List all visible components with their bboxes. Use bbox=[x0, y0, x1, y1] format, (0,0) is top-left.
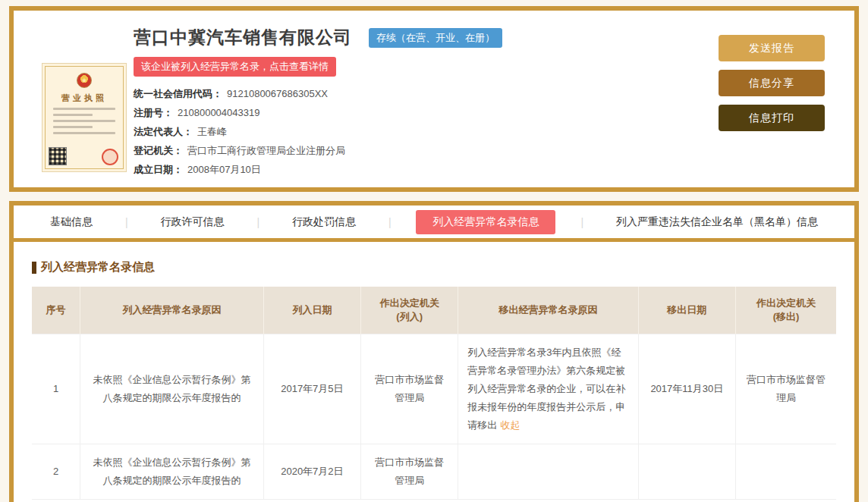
col-date-in: 列入日期 bbox=[263, 287, 360, 334]
share-info-button[interactable]: 信息分享 bbox=[719, 70, 825, 96]
section-title: 列入经营异常名录信息 bbox=[32, 260, 836, 275]
detail-registration-authority: 登记机关：营口市工商行政管理局企业注册分局 bbox=[134, 141, 680, 160]
cell-date-out: 2017年11月30日 bbox=[638, 334, 735, 444]
detail-legal-representative: 法定代表人：王春峰 bbox=[134, 122, 680, 141]
red-seal-icon bbox=[102, 149, 118, 165]
cell-date-in: 2020年7月2日 bbox=[263, 444, 360, 499]
tab-separator: | bbox=[125, 216, 128, 228]
tab-administrative-license[interactable]: 行政许可信息 bbox=[153, 210, 231, 234]
cell-date-out bbox=[638, 444, 735, 499]
col-reason-in: 列入经营异常名录原因 bbox=[80, 287, 264, 334]
license-text-line bbox=[53, 126, 93, 128]
national-emblem-icon: ★ bbox=[77, 73, 92, 88]
license-text-line bbox=[53, 114, 93, 116]
tab-content: 列入经营异常名录信息 序号 列入经营异常名录原因 列入日期 作出决定机关 (列入… bbox=[14, 242, 854, 500]
cell-authority-out: 营口市市场监督管理局 bbox=[735, 334, 836, 444]
cell-reason-out: 列入经营异常名录3年内且依照《经营异常名录管理办法》第六条规定被列入经营异常名录… bbox=[458, 334, 638, 444]
col-date-out: 移出日期 bbox=[638, 287, 735, 334]
collapse-link[interactable]: 收起 bbox=[500, 419, 520, 431]
tab-bar: 基础信息 | 行政许可信息 | 行政处罚信息 | 列入经营异常名录信息 | 列入… bbox=[14, 206, 854, 242]
tab-serious-violation-blacklist[interactable]: 列入严重违法失信企业名单（黑名单）信息 bbox=[609, 210, 826, 234]
tab-administrative-penalty[interactable]: 行政处罚信息 bbox=[285, 210, 363, 234]
tab-separator: | bbox=[256, 216, 259, 228]
abnormal-operation-warning-badge[interactable]: 该企业被列入经营异常名录，点击查看详情 bbox=[134, 57, 336, 77]
detail-establishment-date: 成立日期：2008年07月10日 bbox=[134, 160, 680, 179]
section-marker-icon bbox=[32, 262, 36, 274]
license-title: 营业执照 bbox=[49, 93, 120, 104]
tab-separator: | bbox=[388, 216, 392, 228]
company-name: 营口中冀汽车销售有限公司 bbox=[134, 26, 352, 49]
cell-seq: 1 bbox=[32, 334, 80, 444]
company-card: ★ 营业执照 营口中冀汽车销售有限公司 存续（在营、开业、在册） 该企业被列入经… bbox=[9, 6, 859, 192]
qr-code-icon bbox=[49, 147, 67, 165]
business-license-image: ★ 营业执照 bbox=[42, 63, 127, 172]
cell-seq: 2 bbox=[32, 444, 80, 499]
tab-separator: | bbox=[580, 216, 583, 228]
col-seq: 序号 bbox=[32, 287, 80, 334]
print-info-button[interactable]: 信息打印 bbox=[719, 105, 825, 131]
cell-reason-in: 未依照《企业信息公示暂行条例》第八条规定的期限公示年度报告的 bbox=[80, 444, 264, 499]
cell-reason-out bbox=[458, 444, 638, 499]
table-header-row: 序号 列入经营异常名录原因 列入日期 作出决定机关 (列入) 移出经营异常名录原… bbox=[32, 287, 836, 334]
cell-authority-in: 营口市市场监督管理局 bbox=[361, 334, 458, 444]
send-report-button[interactable]: 发送报告 bbox=[719, 35, 825, 61]
cell-authority-out bbox=[735, 444, 836, 499]
status-badge: 存续（在营、开业、在册） bbox=[369, 28, 502, 48]
tab-basic-info[interactable]: 基础信息 bbox=[42, 210, 100, 234]
col-authority-in: 作出决定机关 (列入) bbox=[361, 287, 458, 334]
license-text-line bbox=[53, 120, 115, 122]
company-details: 统一社会信用代码：9121080067686305XX 注册号：21080000… bbox=[134, 84, 680, 179]
table-row: 2 未依照《企业信息公示暂行条例》第八条规定的期限公示年度报告的 2020年7月… bbox=[32, 444, 836, 499]
license-text-line bbox=[53, 108, 115, 110]
col-reason-out: 移出经营异常名录原因 bbox=[458, 287, 638, 334]
detail-registration-number: 注册号：210800004043319 bbox=[134, 103, 680, 122]
detail-credit-code: 统一社会信用代码：9121080067686305XX bbox=[134, 84, 680, 103]
detail-card: 基础信息 | 行政许可信息 | 行政处罚信息 | 列入经营异常名录信息 | 列入… bbox=[9, 201, 859, 502]
license-text-line bbox=[53, 132, 115, 134]
col-authority-out: 作出决定机关 (移出) bbox=[735, 287, 836, 334]
cell-authority-in: 营口市市场监督管理局 bbox=[361, 444, 458, 499]
tab-abnormal-operation-list[interactable]: 列入经营异常名录信息 bbox=[416, 210, 555, 234]
action-buttons: 发送报告 信息分享 信息打印 bbox=[719, 35, 825, 140]
table-row: 1 未依照《企业信息公示暂行条例》第八条规定的期限公示年度报告的 2017年7月… bbox=[32, 334, 836, 444]
abnormal-operation-table: 序号 列入经营异常名录原因 列入日期 作出决定机关 (列入) 移出经营异常名录原… bbox=[32, 287, 836, 500]
cell-date-in: 2017年7月5日 bbox=[263, 334, 360, 444]
cell-reason-in: 未依照《企业信息公示暂行条例》第八条规定的期限公示年度报告的 bbox=[80, 334, 264, 444]
